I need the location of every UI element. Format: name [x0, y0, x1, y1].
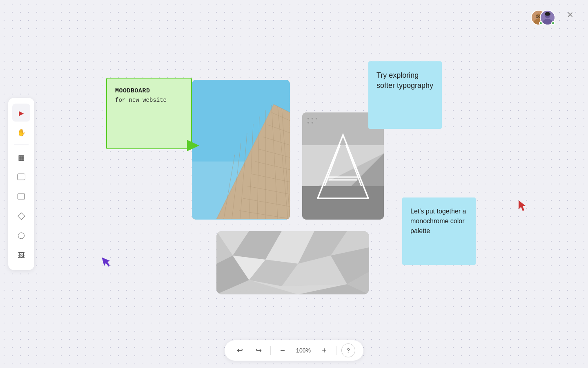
card-icon: [17, 174, 25, 180]
polygon-image: [216, 231, 369, 294]
bottom-toolbar: ↩ ↪ − 100% + ?: [225, 340, 363, 361]
svg-marker-69: [102, 256, 111, 268]
svg-marker-70: [519, 200, 526, 211]
image-icon: 🖼: [18, 251, 25, 260]
sidebar-item-frames[interactable]: ▦: [12, 148, 30, 166]
svg-point-48: [312, 122, 313, 123]
sidebar-item-circle[interactable]: [12, 227, 30, 245]
undo-icon: ↩: [237, 346, 243, 355]
svg-rect-40: [302, 186, 384, 220]
canvas: MOODBOARD for new website: [0, 0, 588, 368]
sidebar-item-hand[interactable]: ✋: [12, 123, 30, 141]
sticky-typography[interactable]: Try exploring softer typography: [368, 61, 442, 129]
sidebar-item-diamond[interactable]: [12, 207, 30, 225]
typography-text: Try exploring softer typography: [376, 70, 434, 91]
moodboard-subtitle: for new website: [115, 97, 183, 103]
zoom-out-icon: −: [280, 346, 285, 355]
sidebar: ▶ ✋ ▦ 🖼: [8, 98, 34, 270]
svg-point-44: [307, 118, 309, 119]
svg-point-9: [545, 12, 550, 16]
svg-point-47: [307, 122, 309, 123]
zoom-in-button[interactable]: +: [317, 343, 331, 357]
redo-button[interactable]: ↪: [252, 343, 265, 357]
avatar-user2-wrapper: [540, 10, 555, 25]
sticky-moodboard[interactable]: MOODBOARD for new website: [106, 78, 192, 149]
svg-point-45: [312, 118, 313, 119]
frames-icon: ▦: [18, 153, 24, 162]
sidebar-item-card[interactable]: [12, 168, 30, 186]
toolbar-divider-1: [270, 346, 271, 355]
circle-icon: [18, 233, 24, 239]
sidebar-item-cursor[interactable]: ▶: [12, 104, 30, 122]
svg-point-46: [316, 118, 317, 119]
toolbar-divider-2: [336, 346, 336, 355]
rectangle-icon: [18, 194, 25, 200]
svg-marker-10: [187, 140, 199, 151]
sticky-monochrome[interactable]: Let's put together a monochrome color pa…: [402, 197, 476, 265]
diamond-icon: [18, 212, 25, 220]
monochrome-text: Let's put together a monochrome color pa…: [410, 206, 468, 236]
close-button[interactable]: ✕: [564, 8, 577, 21]
zoom-level-display: 100%: [294, 347, 312, 354]
sidebar-item-image[interactable]: 🖼: [12, 247, 30, 265]
undo-button[interactable]: ↩: [233, 343, 247, 357]
sidebar-item-rectangle[interactable]: [12, 188, 30, 206]
cursor-purple: [102, 255, 114, 270]
cursor-icon: ▶: [19, 109, 24, 117]
hand-icon: ✋: [17, 128, 26, 137]
building-image: [192, 80, 290, 220]
sidebar-divider: [14, 145, 29, 145]
cursor-red-right: [519, 200, 528, 213]
zoom-out-button[interactable]: −: [276, 343, 290, 357]
help-icon: ?: [347, 347, 350, 354]
user2-online-dot: [551, 21, 555, 25]
moodboard-title: MOODBOARD: [115, 88, 183, 94]
help-button[interactable]: ?: [341, 343, 355, 357]
user-avatars: [531, 10, 555, 25]
redo-icon: ↪: [256, 346, 262, 355]
zoom-in-icon: +: [322, 346, 327, 355]
callout-arrow: [187, 140, 199, 153]
